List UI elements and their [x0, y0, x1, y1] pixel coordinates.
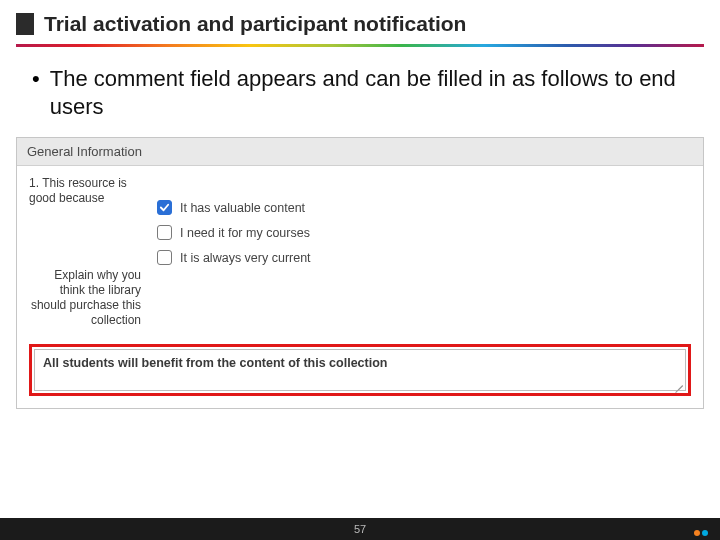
questions-column: 1. This resource is good because Explain…	[29, 176, 147, 328]
bullet-marker: •	[32, 65, 40, 93]
check-icon	[159, 202, 170, 213]
option-label-0: It has valuable content	[180, 201, 305, 215]
checkbox-always-current[interactable]	[157, 250, 172, 265]
question-1-label: 1. This resource is good because	[29, 176, 141, 206]
resize-handle-icon[interactable]	[673, 378, 683, 388]
slide-footer: 57	[0, 518, 720, 540]
slide-title: Trial activation and participant notific…	[44, 12, 466, 36]
comment-highlight-frame: All students will benefit from the conte…	[29, 344, 691, 396]
option-row-1: I need it for my courses	[157, 225, 691, 240]
answers-column: It has valuable content I need it for my…	[147, 176, 691, 328]
question-2-label: Explain why you think the library should…	[29, 268, 141, 328]
checkbox-valuable-content[interactable]	[157, 200, 172, 215]
checkbox-need-for-courses[interactable]	[157, 225, 172, 240]
form-panel: General Information 1. This resource is …	[16, 137, 704, 409]
slide-title-row: Trial activation and participant notific…	[0, 0, 720, 36]
panel-body: 1. This resource is good because Explain…	[17, 166, 703, 336]
footer-logo	[694, 530, 708, 536]
option-label-2: It is always very current	[180, 251, 311, 265]
panel-header: General Information	[17, 138, 703, 166]
bullet-item: • The comment field appears and can be f…	[32, 65, 690, 121]
title-accent-block	[16, 13, 34, 35]
comment-text: All students will benefit from the conte…	[43, 356, 387, 370]
comment-textarea[interactable]: All students will benefit from the conte…	[34, 349, 686, 391]
bullet-text: The comment field appears and can be fil…	[50, 65, 690, 121]
bullet-area: • The comment field appears and can be f…	[0, 47, 720, 131]
slide-number: 57	[354, 523, 366, 535]
option-row-0: It has valuable content	[157, 200, 691, 215]
option-row-2: It is always very current	[157, 250, 691, 265]
option-label-1: I need it for my courses	[180, 226, 310, 240]
